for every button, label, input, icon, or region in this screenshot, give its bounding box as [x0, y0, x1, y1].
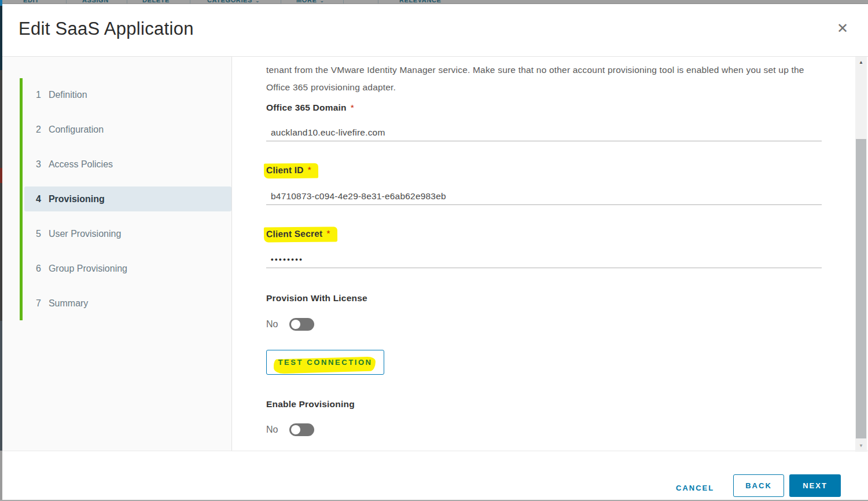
next-button[interactable]: NEXT — [789, 474, 841, 497]
toolbar-separator — [343, 0, 344, 4]
back-button[interactable]: BACK — [733, 474, 784, 497]
client-id-label-highlighted: Client ID* — [264, 163, 318, 179]
step-label: Group Provisioning — [49, 264, 127, 274]
required-asterisk: * — [326, 229, 330, 239]
enable-provisioning-label: Enable Provisioning — [266, 399, 355, 409]
scrollbar-thumb[interactable] — [856, 139, 866, 438]
wizard-progress-bar — [20, 78, 23, 320]
backdrop-assign-button[interactable]: ASSIGN — [82, 0, 109, 3]
step-provisioning[interactable]: 4 Provisioning — [24, 186, 231, 211]
modal-title: Edit SaaS Application — [19, 19, 194, 39]
backdrop-delete-button[interactable]: DELETE — [142, 0, 170, 3]
test-connection-label: TEST CONNECTION — [278, 358, 372, 367]
screen: EDIT ASSIGN DELETE CATEGORIES⌄ MORE⌄ REL… — [0, 0, 868, 501]
close-icon[interactable]: ✕ — [833, 19, 852, 38]
enable-provisioning-toggle-row: No — [266, 423, 314, 436]
input-underline — [266, 204, 822, 205]
backdrop-edit-button[interactable]: EDIT — [23, 0, 39, 3]
required-asterisk: * — [351, 103, 354, 112]
provision-with-license-toggle[interactable] — [289, 318, 314, 331]
client-id-input[interactable]: b4710873-c094-4e29-8e31-e6ab62e983eb — [271, 191, 446, 202]
step-number: 7 — [36, 298, 41, 309]
provision-with-license-label: Provision With License — [266, 293, 367, 303]
provisioning-intro-text: tenant from the VMware Identity Manager … — [266, 61, 815, 96]
step-number: 6 — [36, 264, 41, 274]
scrollbar-down-arrow-icon[interactable]: ▼ — [855, 441, 867, 451]
toggle-knob — [291, 425, 300, 434]
toolbar-separator — [190, 0, 190, 4]
input-underline — [266, 141, 822, 141]
client-secret-input[interactable]: •••••••• — [271, 255, 303, 264]
step-label: Provisioning — [49, 194, 105, 204]
step-definition[interactable]: 1 Definition — [24, 82, 231, 107]
backdrop-relevance-label[interactable]: RELEVANCE — [399, 0, 441, 3]
wizard-sidebar — [2, 57, 231, 451]
step-label: Access Policies — [49, 159, 113, 170]
background-toolbar-sliver: EDIT ASSIGN DELETE CATEGORIES⌄ MORE⌄ REL… — [2, 0, 868, 4]
step-label: User Provisioning — [49, 229, 121, 239]
step-number: 2 — [36, 125, 41, 135]
provision-with-license-toggle-row: No — [266, 318, 314, 331]
step-summary[interactable]: 7 Summary — [24, 291, 231, 316]
step-user-provisioning[interactable]: 5 User Provisioning — [24, 221, 231, 246]
step-label: Definition — [49, 90, 87, 100]
step-number: 1 — [36, 90, 41, 100]
step-number: 4 — [36, 194, 41, 204]
sidebar-divider — [231, 57, 232, 451]
content-bottom-divider — [2, 451, 868, 451]
step-access-policies[interactable]: 3 Access Policies — [24, 152, 231, 177]
required-asterisk: * — [308, 165, 311, 175]
scrollbar-up-arrow-icon[interactable]: ▲ — [855, 58, 867, 67]
office-365-domain-label: Office 365 Domain* — [266, 103, 354, 113]
step-number: 5 — [36, 229, 41, 239]
toolbar-separator — [378, 0, 378, 4]
client-secret-label-highlighted: Client Secret* — [264, 226, 337, 242]
backdrop-categories-button[interactable]: CATEGORIES⌄ — [207, 0, 260, 3]
toggle-state-label: No — [266, 425, 278, 435]
step-label: Summary — [49, 298, 88, 309]
test-connection-button[interactable]: TEST CONNECTION — [266, 350, 384, 375]
toggle-knob — [291, 320, 300, 329]
chevron-down-icon: ⌄ — [319, 0, 324, 3]
step-configuration[interactable]: 2 Configuration — [24, 117, 231, 142]
cancel-button[interactable]: CANCEL — [671, 481, 719, 495]
toggle-state-label: No — [266, 319, 278, 330]
toolbar-separator — [281, 0, 281, 4]
toolbar-separator — [66, 0, 67, 4]
step-number: 3 — [36, 159, 41, 170]
chevron-down-icon: ⌄ — [255, 0, 260, 3]
backdrop-more-button[interactable]: MORE⌄ — [296, 0, 325, 3]
step-label: Configuration — [49, 125, 104, 135]
enable-provisioning-toggle[interactable] — [289, 423, 314, 436]
input-underline — [266, 268, 822, 268]
step-group-provisioning[interactable]: 6 Group Provisioning — [24, 256, 231, 281]
toolbar-separator — [127, 0, 127, 4]
office-365-domain-input[interactable]: auckland10.euc-livefire.com — [271, 127, 385, 138]
